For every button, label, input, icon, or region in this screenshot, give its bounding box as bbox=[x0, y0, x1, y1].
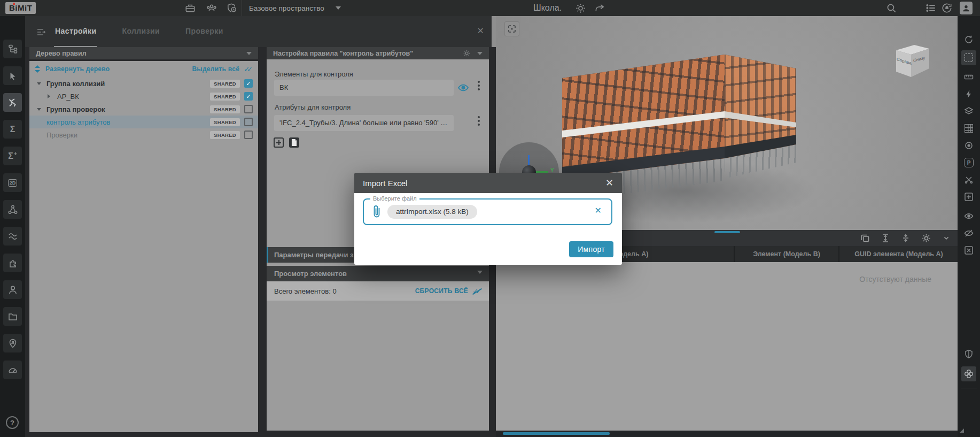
collisions-tool[interactable] bbox=[3, 93, 22, 112]
ghost-mode-button[interactable] bbox=[961, 347, 976, 362]
measure-button[interactable] bbox=[961, 70, 976, 85]
tab-settings[interactable]: Настройки bbox=[54, 16, 97, 47]
row-checkbox[interactable] bbox=[244, 105, 253, 113]
team-button[interactable] bbox=[205, 2, 218, 14]
isolate-button[interactable] bbox=[961, 243, 976, 258]
kebab-menu-icon[interactable] bbox=[478, 116, 480, 126]
shared-badge: SHARED bbox=[210, 80, 240, 88]
show-button[interactable] bbox=[961, 209, 976, 224]
projects-button[interactable] bbox=[184, 2, 197, 14]
element-view-header[interactable]: Просмотр элементов bbox=[267, 266, 489, 281]
share-button[interactable] bbox=[593, 2, 606, 14]
resize-handle[interactable] bbox=[714, 231, 740, 233]
tree-row[interactable]: Группа коллизий SHARED bbox=[29, 77, 258, 90]
row-checkbox[interactable] bbox=[244, 79, 253, 88]
chevron-down-icon[interactable] bbox=[37, 82, 43, 85]
security-button[interactable] bbox=[225, 2, 238, 14]
section-cut-button[interactable] bbox=[961, 172, 976, 187]
orbit-mode-button[interactable] bbox=[961, 366, 976, 381]
reset-checks-icon[interactable] bbox=[472, 287, 481, 295]
table-settings-button[interactable] bbox=[920, 232, 932, 244]
tree-row[interactable]: Проверки SHARED bbox=[29, 128, 258, 141]
resize-grip[interactable] bbox=[960, 428, 964, 433]
tree-panel-header[interactable]: Дерево правил bbox=[29, 47, 258, 59]
workspace-select[interactable]: Базовое пространство bbox=[249, 0, 324, 16]
elements-input[interactable]: ВК bbox=[274, 80, 454, 96]
parameters-button[interactable]: P bbox=[961, 155, 976, 170]
close-icon[interactable]: ✕ bbox=[477, 27, 484, 35]
area-select-button[interactable] bbox=[961, 50, 976, 65]
gear-icon bbox=[921, 233, 931, 243]
select-all-link[interactable]: Выделить всё bbox=[192, 65, 239, 73]
summary-tool[interactable]: Σ bbox=[3, 120, 22, 139]
plugins-tool[interactable] bbox=[3, 254, 22, 272]
chevron-down-icon[interactable] bbox=[37, 108, 43, 111]
tree-row-selected[interactable]: контроль атрибутов SHARED bbox=[29, 116, 258, 128]
navigation-cube[interactable]: Справа Снизу bbox=[892, 43, 932, 80]
collapse-caret-icon[interactable] bbox=[477, 271, 483, 274]
collapse-rows-button[interactable] bbox=[899, 232, 912, 244]
model-tree-tool[interactable] bbox=[3, 40, 22, 58]
eye-icon[interactable] bbox=[457, 81, 470, 94]
structure-tool[interactable] bbox=[3, 200, 22, 219]
kebab-menu-icon[interactable] bbox=[478, 81, 480, 90]
clear-file-icon[interactable]: ✕ bbox=[595, 206, 602, 215]
orbit-button[interactable] bbox=[961, 32, 976, 47]
fit-view-button[interactable] bbox=[504, 21, 519, 36]
selection-frame-icon bbox=[965, 53, 973, 62]
orbit-flower-icon bbox=[963, 369, 974, 379]
column-header[interactable]: GUID элемента (Модель A) bbox=[839, 246, 958, 262]
tree-row[interactable]: Группа проверок SHARED bbox=[29, 103, 258, 116]
copy-button[interactable] bbox=[859, 232, 872, 244]
tab-checks[interactable]: Проверки bbox=[184, 16, 224, 47]
file-picker-field[interactable]: Выберите файл attrImport.xlsx (5.8 kB) ✕ bbox=[363, 198, 612, 225]
expand-tree-link[interactable]: Развернуть дерево bbox=[45, 65, 110, 73]
focus-button[interactable] bbox=[961, 138, 976, 153]
tab-collisions[interactable]: Коллизии bbox=[121, 16, 161, 47]
summary-plus-tool[interactable]: Σ+ bbox=[3, 147, 22, 165]
import-file-button[interactable] bbox=[289, 137, 299, 148]
expand-rows-button[interactable] bbox=[879, 232, 892, 244]
user-location-tool[interactable] bbox=[3, 334, 22, 352]
accent-bar bbox=[267, 247, 268, 263]
file-chip[interactable]: attrImport.xlsx (5.8 kB) bbox=[387, 205, 477, 219]
gear-icon[interactable] bbox=[463, 49, 471, 57]
column-header[interactable]: Элемент (Модель B) bbox=[735, 246, 839, 262]
grid-button[interactable] bbox=[961, 121, 976, 136]
select-tool[interactable] bbox=[3, 66, 22, 85]
row-checkbox[interactable] bbox=[244, 131, 253, 139]
collapse-caret-icon[interactable] bbox=[246, 52, 252, 55]
files-tool[interactable] bbox=[3, 307, 22, 326]
attributes-input[interactable]: 'IFC_2.4_Трубы/3. Длина' больше или равн… bbox=[274, 115, 454, 131]
collapse-caret-icon[interactable] bbox=[477, 52, 483, 55]
panel-menu-button[interactable] bbox=[36, 27, 46, 37]
dashboard-tool[interactable] bbox=[3, 361, 22, 379]
drawings-2d-tool[interactable]: 2D bbox=[3, 173, 22, 192]
snap-button[interactable] bbox=[961, 189, 976, 204]
row-checkbox[interactable] bbox=[244, 118, 253, 126]
chevron-right-icon[interactable] bbox=[48, 94, 54, 98]
reset-all-link[interactable]: СБРОСИТЬ ВСЁ bbox=[415, 287, 469, 295]
close-icon[interactable]: ✕ bbox=[605, 179, 613, 187]
rule-panel-header[interactable]: Настройка правила "контроль атрибутов" bbox=[267, 47, 489, 59]
import-button[interactable]: Импорт bbox=[569, 241, 613, 257]
project-settings-button[interactable] bbox=[574, 2, 587, 14]
layers-button[interactable] bbox=[961, 104, 976, 119]
collapse-panel-button[interactable] bbox=[940, 232, 953, 244]
quick-actions-button[interactable] bbox=[961, 87, 976, 102]
tree-row-label: АР_ВК bbox=[57, 93, 79, 101]
users-tool[interactable] bbox=[3, 280, 22, 299]
chevron-down-icon[interactable] bbox=[336, 6, 341, 10]
help-button[interactable]: ? bbox=[6, 416, 19, 429]
hide-button[interactable] bbox=[961, 226, 976, 241]
add-button[interactable] bbox=[274, 137, 284, 148]
user-menu-button[interactable] bbox=[960, 2, 973, 14]
tree-row[interactable]: АР_ВК SHARED bbox=[29, 90, 258, 103]
notifications-button[interactable] bbox=[940, 2, 953, 14]
row-checkbox[interactable] bbox=[244, 92, 253, 101]
double-check-icon[interactable] bbox=[244, 65, 253, 73]
search-button[interactable] bbox=[885, 2, 898, 14]
tasks-button[interactable] bbox=[924, 2, 937, 14]
graphs-tool[interactable] bbox=[3, 227, 22, 246]
expand-collapse-icon[interactable] bbox=[35, 65, 40, 73]
